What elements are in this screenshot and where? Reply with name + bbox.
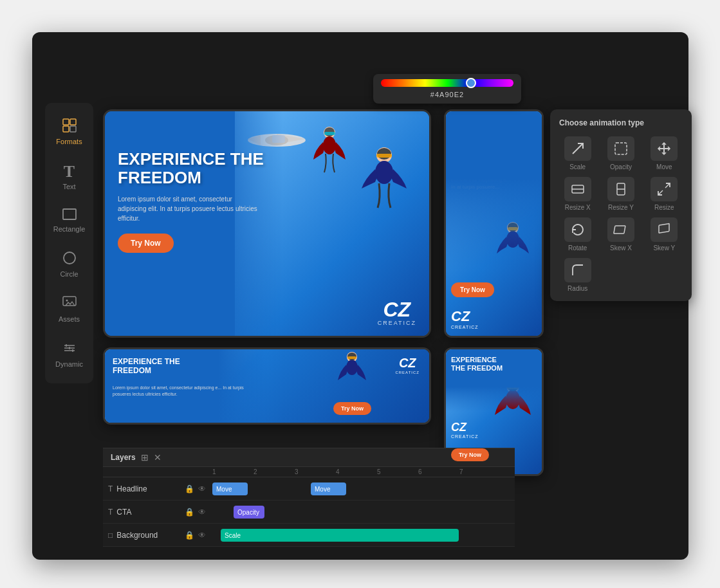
formats-label: Formats (56, 138, 82, 145)
layers-header-icon[interactable]: ⊞ (141, 452, 149, 463)
circle-icon (62, 251, 77, 268)
svg-line-40 (658, 190, 663, 195)
layer-row-headline[interactable]: T Headline 🔒 👁 Move Move (103, 477, 515, 501)
timeline-block-move2[interactable]: Move (311, 482, 346, 495)
move-icon-box (651, 136, 678, 161)
tablet-banner[interactable]: EXPERIENCE THE FREEDOM Lorem ipsum dolor… (444, 109, 544, 338)
layer-cta-name: CTA (116, 508, 181, 517)
anim-item-resize[interactable]: Resize (646, 177, 683, 211)
anim-item-rotate[interactable]: Rotate (559, 217, 596, 252)
svg-point-7 (66, 300, 68, 302)
tablet-gradient (446, 111, 542, 336)
anim-item-skew-x[interactable]: Skew X (602, 217, 639, 252)
layer-cta-lock-icon[interactable]: 🔒 (185, 508, 194, 517)
resize-y-label: Resize Y (608, 204, 634, 211)
anim-item-scale[interactable]: Scale (559, 136, 596, 170)
svg-rect-4 (63, 209, 76, 219)
layers-add-icon[interactable]: ✕ (154, 452, 162, 463)
square-banner-logo: CZ CREATICZ (451, 421, 478, 439)
assets-label: Assets (59, 315, 80, 323)
ruler-numbers: 1 2 3 4 5 6 7 (212, 468, 507, 475)
layers-title: Layers (111, 453, 136, 462)
layer-row-cta[interactable]: T CTA 🔒 👁 Opacity (103, 501, 515, 524)
svg-rect-42 (659, 223, 669, 233)
rectangle-icon (62, 208, 77, 223)
color-picker-panel[interactable]: #4A90E2 (373, 74, 521, 104)
anim-item-move[interactable]: Move (646, 136, 683, 170)
animation-grid: Scale Opacity (559, 136, 683, 292)
layer-row-background[interactable]: □ Background 🔒 👁 Scale (103, 524, 515, 547)
color-gradient-handle[interactable] (466, 78, 476, 88)
layer-headline-visible-icon[interactable]: 👁 (198, 484, 206, 493)
timeline-block-scale[interactable]: Scale (221, 529, 459, 542)
svg-point-24 (323, 136, 336, 154)
anim-item-skew-y[interactable]: Skew Y (646, 217, 683, 252)
square-banner-headline: EXPERIENCE THE FREEDOM (451, 356, 509, 372)
timeline-block-move1[interactable]: Move (212, 482, 248, 495)
main-logo-name: CREATICZ (378, 320, 416, 326)
anim-item-radius[interactable]: Radius (559, 258, 596, 292)
main-banner[interactable]: EXPERIENCE THE FREEDOM Lorem ipsum dolor… (103, 109, 431, 338)
wide-banner-body: Lorem ipsum dolor sit amet, consectetur … (113, 385, 248, 398)
layer-headline-lock-icon[interactable]: 🔒 (185, 484, 194, 493)
layer-headline-track[interactable]: Move Move (211, 477, 515, 500)
sidebar-item-formats[interactable]: Formats (45, 109, 93, 154)
svg-line-31 (573, 143, 583, 154)
scale-icon-box (564, 136, 591, 161)
layer-cta-track[interactable]: Opacity (211, 501, 515, 523)
square-logo-initials: CZ (451, 421, 478, 434)
skew-x-label: Skew X (610, 244, 632, 252)
radius-icon-box (564, 258, 591, 282)
color-gradient-bar[interactable] (381, 79, 513, 87)
rectangle-label: Rectangle (53, 225, 86, 233)
ruler-num-1: 1 (212, 468, 254, 475)
square-banner-cta-button[interactable]: Try Now (451, 448, 489, 461)
wide-banner-cta-button[interactable]: Try Now (333, 402, 371, 415)
layer-cta-info: T CTA 🔒 👁 (103, 508, 211, 517)
wide-banner[interactable]: EXPERIENCE THE FREEDOM Lorem ipsum dolor… (103, 347, 431, 425)
sidebar-item-assets[interactable]: Assets (45, 287, 93, 332)
wide-banner-headline: EXPERIENCE THE FREEDOM (113, 357, 196, 376)
sidebar-item-text[interactable]: T Text (45, 154, 93, 199)
text-icon: T (64, 163, 75, 180)
layer-cta-controls: 🔒 👁 (185, 508, 206, 517)
anim-item-resize-y[interactable]: Resize Y (602, 177, 639, 211)
svg-point-20 (375, 161, 393, 184)
layer-headline-type-icon: T (108, 484, 113, 493)
wide-logo-initials: CZ (395, 356, 420, 371)
app-container: #4A90E2 Formats T Text Rect (32, 32, 688, 560)
sidebar-item-dynamic[interactable]: Dynamic (45, 332, 93, 377)
sidebar: Formats T Text Rectangle Circle Assets (45, 103, 93, 383)
layer-bg-lock-icon[interactable]: 🔒 (185, 531, 194, 540)
svg-point-44 (346, 360, 358, 375)
scale-label: Scale (569, 163, 586, 170)
anim-item-opacity[interactable]: Opacity (602, 136, 639, 170)
svg-rect-0 (63, 119, 69, 125)
animation-panel: Choose animation type Scale Opacity (550, 109, 692, 301)
sidebar-item-rectangle[interactable]: Rectangle (45, 199, 93, 242)
formats-icon (62, 118, 77, 135)
resize-y-icon-box (607, 177, 634, 201)
layer-cta-type-icon: T (108, 508, 113, 517)
resize-x-label: Resize X (565, 204, 591, 211)
svg-rect-2 (63, 126, 69, 132)
layer-cta-visible-icon[interactable]: 👁 (198, 508, 206, 517)
layers-panel: Layers ⊞ ✕ 1 2 3 4 5 6 7 T (103, 448, 515, 547)
anim-item-resize-x[interactable]: Resize X (559, 177, 596, 211)
resize-label: Resize (654, 204, 674, 211)
sidebar-item-circle[interactable]: Circle (45, 242, 93, 287)
move-label: Move (656, 163, 672, 170)
main-banner-cta-button[interactable]: Try Now (118, 234, 174, 253)
ruler-num-7: 7 (459, 468, 501, 475)
svg-point-5 (64, 252, 75, 264)
dynamic-label: Dynamic (55, 360, 83, 368)
main-banner-headline: EXPERIENCE THE FREEDOM (118, 150, 298, 187)
layer-bg-visible-icon[interactable]: 👁 (198, 531, 206, 540)
timeline-block-opacity[interactable]: Opacity (234, 506, 264, 519)
rotate-icon-box (564, 217, 591, 242)
main-banner-logo: CZ CREATICZ (378, 299, 416, 326)
layer-bg-track[interactable]: Scale (211, 524, 515, 546)
svg-rect-41 (614, 226, 625, 234)
main-banner-body: Lorem ipsum dolor sit amet, consectetur … (118, 194, 259, 223)
assets-icon (62, 296, 77, 313)
